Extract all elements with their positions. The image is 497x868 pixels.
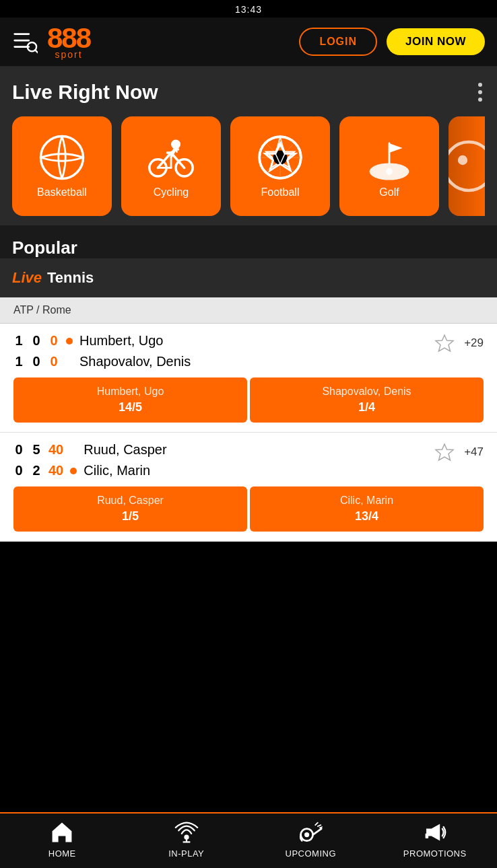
nav-promotions[interactable]: PROMOTIONS	[373, 820, 498, 859]
match-1-actions: +29	[434, 333, 484, 353]
svg-point-37	[304, 832, 309, 837]
plus-count-2: +47	[464, 445, 484, 459]
sport-card-golf[interactable]: Golf	[339, 116, 439, 216]
match-2-scores: 0 5 40 Ruud, Casper 0 2 40 Cilic, Marin	[13, 442, 484, 478]
sport-card-handball[interactable]	[449, 116, 485, 216]
sport-label-football: Football	[261, 186, 300, 198]
match-1-bet-buttons: Humbert, Ugo 14/5 Shapovalov, Denis 1/4	[13, 377, 484, 423]
player2-name: Shapovalov, Denis	[79, 354, 191, 369]
player1-name: Humbert, Ugo	[79, 333, 164, 349]
sports-row: Basketball	[12, 116, 485, 216]
svg-point-29	[458, 155, 467, 165]
live-title: Live Right Now	[12, 81, 158, 104]
sport-card-football[interactable]: Football	[230, 116, 330, 216]
nav-upcoming[interactable]: UPCOMING	[249, 820, 373, 859]
more-options-button[interactable]	[475, 80, 485, 104]
favorite-star-1[interactable]	[434, 333, 455, 353]
match-1-player1-score: 1 0 0 Humbert, Ugo	[13, 333, 191, 349]
svg-point-28	[449, 142, 485, 190]
bottom-padding	[0, 542, 497, 602]
bet-button-2-player1[interactable]: Ruud, Casper 1/5	[13, 486, 247, 532]
nav-promotions-label: PROMOTIONS	[403, 848, 467, 859]
plus-count-1: +29	[464, 336, 484, 350]
matches-container: ATP / Rome 1 0 0 Humbert, Ugo 1 0 0	[0, 297, 497, 542]
sport-card-cycling[interactable]: Cycling	[121, 116, 221, 216]
svg-marker-40	[426, 824, 440, 840]
svg-point-27	[387, 169, 392, 174]
login-button[interactable]: LOGIN	[299, 28, 377, 56]
live-section: Live Right Now Basketball	[0, 67, 497, 225]
match2-player1-name: Ruud, Casper	[84, 442, 166, 458]
match-2-score-left: 0 5 40 Ruud, Casper 0 2 40 Cilic, Marin	[13, 442, 167, 478]
popular-title: Popular	[12, 238, 77, 258]
nav-upcoming-label: UPCOMING	[286, 848, 337, 859]
sport-label-golf: Golf	[379, 186, 399, 198]
sport-card-basketball[interactable]: Basketball	[12, 116, 112, 216]
svg-line-17	[176, 149, 176, 151]
svg-line-4	[35, 50, 38, 52]
join-button[interactable]: JOIN NOW	[387, 28, 485, 55]
bottom-nav: HOME IN-PLAY UPCOMING	[0, 812, 497, 868]
status-bar: 13:43	[0, 0, 497, 17]
bet-button-2-player2[interactable]: Cilic, Marin 13/4	[250, 486, 484, 532]
menu-search-icon[interactable]	[12, 29, 38, 55]
svg-marker-31	[436, 444, 453, 460]
serving-dot-p2	[70, 468, 77, 474]
svg-point-5	[41, 137, 84, 179]
svg-point-15	[171, 139, 180, 149]
svg-rect-42	[425, 834, 428, 838]
header-right: LOGIN JOIN NOW	[299, 28, 485, 56]
svg-line-39	[318, 825, 321, 826]
status-time: 13:43	[235, 4, 262, 15]
header: 888 sport LOGIN JOIN NOW	[0, 17, 497, 67]
serving-dot-p1	[66, 338, 73, 345]
header-left: 888 sport	[12, 24, 90, 59]
bet-button-1-player1[interactable]: Humbert, Ugo 14/5	[13, 377, 247, 423]
favorite-star-2[interactable]	[434, 442, 455, 462]
bet-button-1-player2[interactable]: Shapovalov, Denis 1/4	[250, 377, 484, 423]
match-row-2: 0 5 40 Ruud, Casper 0 2 40 Cilic, Marin	[0, 433, 497, 542]
match2-player2-name: Cilic, Marin	[84, 463, 150, 478]
logo-number: 888	[47, 24, 90, 52]
match-2-player2-score: 0 2 40 Cilic, Marin	[13, 463, 167, 478]
match-1-score-left: 1 0 0 Humbert, Ugo 1 0 0 Shapovalov, Den…	[13, 333, 191, 369]
nav-inplay-label: IN-PLAY	[168, 848, 204, 859]
logo: 888 sport	[47, 24, 90, 59]
sport-label-basketball: Basketball	[37, 186, 87, 198]
tennis-label: Tennis	[47, 269, 94, 287]
match-1-scores: 1 0 0 Humbert, Ugo 1 0 0 Shapovalov, Den…	[13, 333, 484, 369]
match-2-player1-score: 0 5 40 Ruud, Casper	[13, 442, 167, 458]
popular-section: Popular	[0, 225, 497, 258]
match-row-1: 1 0 0 Humbert, Ugo 1 0 0 Shapovalov, Den…	[0, 324, 497, 433]
match-league: ATP / Rome	[0, 297, 497, 324]
match-2-bet-buttons: Ruud, Casper 1/5 Cilic, Marin 13/4	[13, 486, 484, 532]
live-header: Live Right Now	[12, 80, 485, 104]
svg-marker-32	[53, 823, 72, 842]
nav-home-label: HOME	[48, 848, 76, 859]
live-label: Live	[12, 269, 42, 287]
svg-marker-26	[389, 143, 403, 153]
match-2-actions: +47	[434, 442, 484, 462]
svg-marker-30	[436, 335, 453, 351]
nav-home[interactable]: HOME	[0, 820, 125, 859]
svg-line-38	[315, 823, 318, 826]
sport-label-cycling: Cycling	[154, 186, 189, 198]
live-tennis-header: Live Tennis	[0, 258, 497, 297]
logo-sport: sport	[55, 50, 82, 59]
match-1-player2-score: 1 0 0 Shapovalov, Denis	[13, 354, 191, 369]
nav-inplay[interactable]: IN-PLAY	[125, 820, 249, 859]
